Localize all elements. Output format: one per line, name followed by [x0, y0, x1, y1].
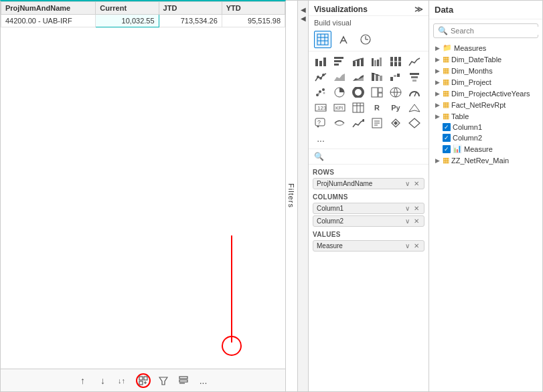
svg-rect-27 [377, 60, 379, 66]
rows-remove-0[interactable]: ✕ [412, 180, 420, 187]
table-visual-icon[interactable] [314, 31, 331, 48]
field-wells: Rows ProjNumAndName ∨ ✕ Columns Column1 [309, 165, 429, 391]
filters-strip[interactable]: Filters [286, 0, 298, 392]
svg-rect-16 [315, 59, 318, 66]
viz-line[interactable] [313, 70, 329, 84]
table-icon-fact_netrev: ▦ [443, 100, 449, 109]
viz-100percent[interactable] [388, 54, 404, 69]
viz-area-filled[interactable] [331, 70, 347, 84]
values-label: Values [313, 231, 424, 238]
table-panel: ProjNumAndName Current JTD YTD 44200.00 … [0, 0, 286, 392]
columns-chevron-0[interactable]: ∨ [404, 205, 411, 212]
collapse-up-icon[interactable]: ◀ [301, 6, 306, 13]
tree-item-measure_field[interactable]: 📊Measure [429, 143, 542, 155]
svg-rect-3 [139, 377, 143, 380]
viz-map[interactable] [388, 85, 404, 100]
tree-label-dim_months: Dim_Months [451, 67, 493, 75]
viz-power-apps[interactable] [388, 116, 404, 130]
checkbox-measure_field[interactable] [443, 145, 451, 153]
columns-pill-1[interactable]: Column2 ∨ ✕ [313, 215, 424, 227]
values-pill-0[interactable]: Measure ∨ ✕ [313, 240, 424, 252]
tree-item-zz_netrev[interactable]: ▶▦ZZ_NetRev_Main [429, 155, 542, 166]
tree-expander-dim_project: ▶ [433, 79, 441, 86]
expand-icon[interactable] [136, 373, 151, 388]
rows-pill-0[interactable]: ProjNumAndName ∨ ✕ [313, 178, 424, 189]
tree-expander-fact_netrev: ▶ [433, 102, 441, 108]
tree-item-table[interactable]: ▶▦Table [429, 110, 542, 122]
tree-item-fact_netrev[interactable]: ▶▦Fact_NetRevRpt [429, 99, 542, 110]
svg-rect-44 [397, 74, 400, 77]
svg-point-33 [317, 76, 319, 78]
tree-item-dim_date[interactable]: ▶▦Dim_DateTable [429, 54, 542, 65]
columns-pill-0[interactable]: Column1 ∨ ✕ [313, 203, 424, 214]
tree-item-column2[interactable]: Column2 [429, 132, 542, 143]
viz-pie[interactable] [331, 85, 347, 100]
viz-treemap[interactable] [369, 85, 385, 100]
viz-gauge[interactable] [406, 85, 422, 100]
checkbox-column1[interactable] [443, 123, 451, 131]
viz-table-icon[interactable] [350, 100, 366, 115]
viz-smart-narr[interactable] [331, 116, 347, 130]
columns-remove-1[interactable]: ✕ [412, 217, 420, 225]
viz-q-and-a[interactable]: ? [313, 116, 329, 130]
viz-kpi[interactable]: KPI [331, 100, 347, 115]
filters-label: Filters [288, 184, 296, 209]
format-visual-icon[interactable] [335, 31, 353, 48]
rows-chevron-0[interactable]: ∨ [404, 180, 411, 187]
collapse-down-icon[interactable]: ◀ [301, 15, 306, 22]
svg-rect-22 [353, 62, 356, 66]
layout-icon[interactable] [176, 373, 191, 388]
values-remove-0[interactable]: ✕ [412, 242, 420, 250]
viz-bar-chart[interactable] [331, 54, 347, 69]
filter-icon[interactable] [156, 373, 171, 388]
columns-remove-0[interactable]: ✕ [412, 205, 420, 212]
tree-item-dim_project[interactable]: ▶▦Dim_Project [429, 76, 542, 88]
viz-donut[interactable] [350, 85, 366, 100]
viz-stacked-bar[interactable] [313, 54, 329, 69]
viz-matrix[interactable]: R [369, 100, 385, 115]
viz-ribbon[interactable] [369, 70, 385, 84]
tree-item-measures[interactable]: ▶📁Measures [429, 42, 542, 54]
viz-clustered-bar[interactable] [369, 54, 385, 69]
viz-stacked-area[interactable] [350, 70, 366, 84]
viz-header-icons: ≫ [414, 5, 423, 14]
more-icon[interactable]: ... [196, 373, 211, 388]
col-header-ytd: YTD [222, 2, 285, 15]
sort-desc-icon[interactable]: ↓ [96, 373, 110, 388]
viz-expand-icon[interactable]: ≫ [414, 5, 423, 14]
sort-both-icon[interactable]: ↓↑ [116, 373, 131, 388]
viz-metric[interactable] [350, 116, 366, 130]
viz-dots[interactable]: ... [313, 131, 329, 146]
svg-point-49 [319, 90, 321, 93]
tree-item-column1[interactable]: Column1 [429, 122, 542, 132]
tree-expander-zz_netrev: ▶ [433, 157, 441, 164]
tree-expander-dim_date: ▶ [433, 56, 441, 63]
tree-item-dim_months[interactable]: ▶▦Dim_Months [429, 65, 542, 76]
viz-paginated[interactable] [369, 116, 385, 130]
checkbox-column2[interactable] [443, 134, 451, 142]
analytics-icon[interactable] [357, 31, 374, 48]
viz-collapse-arrows[interactable]: ◀ ◀ [298, 0, 309, 392]
viz-scatter[interactable] [313, 85, 329, 100]
sort-asc-icon[interactable]: ↑ [76, 373, 90, 388]
viz-card[interactable]: 123 [313, 100, 329, 115]
tree-expander-dim_project_active: ▶ [433, 90, 441, 97]
viz-funnel[interactable] [406, 70, 422, 84]
svg-rect-45 [410, 73, 419, 75]
viz-line-bar[interactable] [350, 54, 366, 69]
viz-waterfall[interactable] [388, 70, 404, 84]
svg-marker-6 [159, 377, 167, 385]
columns-chevron-1[interactable]: ∨ [404, 217, 411, 225]
tree-item-dim_project_active[interactable]: ▶▦Dim_ProjectActiveYears [429, 88, 542, 99]
viz-area[interactable] [406, 54, 422, 69]
rows-pill-0-text: ProjNumAndName [317, 180, 372, 187]
values-chevron-0[interactable]: ∨ [404, 242, 411, 250]
svg-rect-46 [411, 76, 418, 78]
data-panel: Data 🔍 ▶📁Measures▶▦Dim_DateTable▶▦Dim_Mo… [429, 0, 543, 392]
viz-python[interactable]: Py [388, 100, 404, 115]
viz-decomp[interactable] [406, 100, 422, 115]
svg-rect-8 [179, 380, 187, 382]
data-search-box[interactable]: 🔍 [433, 23, 538, 38]
data-search-input[interactable] [451, 27, 543, 35]
viz-diamond[interactable] [406, 116, 422, 130]
